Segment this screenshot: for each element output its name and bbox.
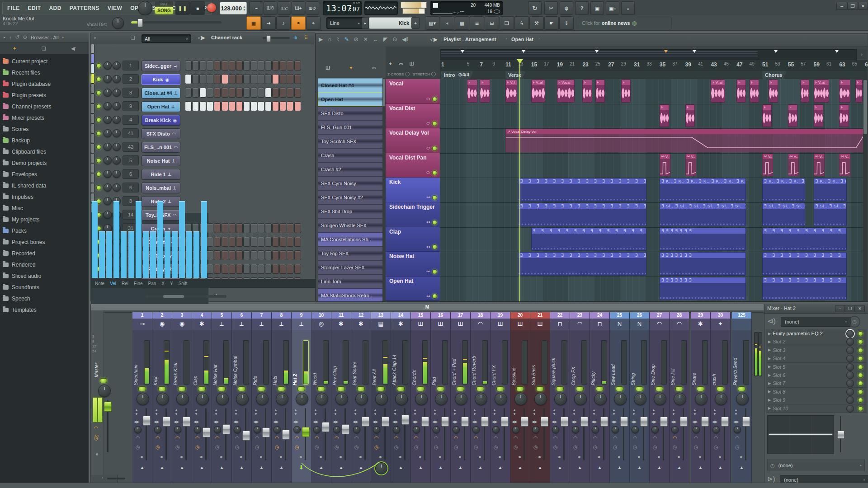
step-13[interactable] xyxy=(272,101,279,111)
strip-plugin-icon[interactable]: ◠ xyxy=(735,435,740,441)
channel-enable-led[interactable] xyxy=(96,90,101,95)
channel-enable-led[interactable] xyxy=(96,172,101,177)
browser-item-templates[interactable]: Templates xyxy=(3,305,86,315)
strip-pan-big-knob[interactable] xyxy=(614,393,627,405)
step-15[interactable] xyxy=(287,237,293,247)
mixer-strip-square-pluck[interactable]: 22⊓Square pluck▲▼◀▶◠◷▲ xyxy=(550,312,570,483)
step-6[interactable] xyxy=(222,264,228,274)
stereo-knob[interactable] xyxy=(492,426,500,433)
menu-patterns[interactable]: PATTERNS xyxy=(70,5,99,11)
channel-pan-knob[interactable] xyxy=(104,211,112,219)
pattern-clip[interactable]: ∃ K.. ∃ K.. ∃ K.. ∃ K.. xyxy=(762,178,805,202)
step-10[interactable] xyxy=(250,101,257,111)
stereo-sep-arrows[interactable]: ▲▼ xyxy=(672,408,675,416)
rack-folder-icon[interactable]: ❏ xyxy=(131,35,135,41)
route-arrow[interactable]: ▲ xyxy=(550,465,570,470)
track-mode-icon[interactable]: ⚯ xyxy=(426,195,430,200)
strip-volume-fader[interactable] xyxy=(620,417,628,427)
strip-mute-led[interactable] xyxy=(496,386,504,391)
mixer-window-button[interactable]: ≣ xyxy=(470,16,484,30)
audio-clip[interactable]: ⊦ V..al xyxy=(711,80,725,103)
channel-mute-indicator[interactable] xyxy=(91,54,94,64)
strip-clock-icon[interactable]: ◷ xyxy=(653,444,657,450)
strip-pan-big-knob[interactable] xyxy=(375,393,388,405)
stereo-knob[interactable] xyxy=(612,426,619,433)
strip-clock-icon[interactable]: ◷ xyxy=(633,444,637,450)
strip-mute-led[interactable] xyxy=(717,386,724,391)
channel-button-ride-1[interactable]: Ride 1⟂ xyxy=(142,169,180,180)
channel-pan-knob[interactable] xyxy=(104,183,112,192)
input-source-icon[interactable]: ⊲) xyxy=(767,317,776,325)
channel-enable-led[interactable] xyxy=(96,185,101,190)
channel-pan-knob[interactable] xyxy=(104,143,112,151)
step-4[interactable] xyxy=(207,101,213,111)
strip-plugin-icon[interactable]: ◠ xyxy=(694,435,698,441)
mixer-strip-kick[interactable]: 2◉Kick▲▼◀▶◠◷▲ xyxy=(152,312,172,483)
graph-tab-rel[interactable]: Rel xyxy=(119,281,131,286)
channel-button-break-kick[interactable]: Break Kick◉ xyxy=(142,115,180,126)
channel-button-noise-hat[interactable]: Noise Hat⟂ xyxy=(142,155,180,166)
strip-volume-fader[interactable] xyxy=(143,416,151,426)
channel-mute-indicator[interactable] xyxy=(91,143,94,153)
channel-mute-indicator[interactable] xyxy=(91,44,94,54)
channel-mute-indicator[interactable] xyxy=(91,153,94,163)
strip-volume-fader[interactable] xyxy=(262,427,270,437)
touch-keyboard-button[interactable]: ☛ xyxy=(544,16,559,30)
step-6[interactable] xyxy=(222,61,228,70)
channel-number[interactable]: 5 xyxy=(123,155,139,165)
track-mode-icon[interactable]: ⚯ xyxy=(426,269,430,274)
strip-volume-fader[interactable] xyxy=(721,417,729,427)
mixer-strip-rev-clap[interactable]: 11✱Rev Clap▲▼◀▶◠◷▲ xyxy=(331,312,351,483)
track-mode-icon[interactable]: ⬭ xyxy=(426,146,430,151)
minimize-button[interactable]: – xyxy=(836,2,847,10)
channel-volume-knob[interactable] xyxy=(113,183,121,192)
graph-bar[interactable] xyxy=(121,231,127,278)
step-15[interactable] xyxy=(287,74,293,84)
channel-button-close-at-4[interactable]: Close..at #4⟂ xyxy=(142,88,180,99)
channel-mute-indicator[interactable] xyxy=(91,84,94,94)
help-button[interactable]: ? xyxy=(575,1,589,15)
step-9[interactable] xyxy=(243,237,250,247)
strip-pan-big-knob[interactable] xyxy=(156,393,169,405)
loop-record-button[interactable]: ш↺ xyxy=(306,1,319,15)
channel-pan-knob[interactable] xyxy=(104,102,112,110)
graph-bar[interactable] xyxy=(193,231,199,278)
mixer-strip-chords[interactable]: 15ШChords▲▼◀▶◠◷▲ xyxy=(411,312,431,483)
strip-volume-fader[interactable] xyxy=(501,417,509,427)
strip-clock-icon[interactable]: ◷ xyxy=(735,444,740,450)
mixer-strip-chord-reverb[interactable]: 18◠Chord Reverb▲▼◀▶◠◷▲ xyxy=(471,312,491,483)
stereo-sep-arrows[interactable]: ▲▼ xyxy=(373,408,377,416)
stereo-knob[interactable] xyxy=(592,426,599,433)
strip-plugin-icon[interactable]: ◠ xyxy=(573,435,578,441)
strip-clock-icon[interactable]: ◷ xyxy=(136,444,140,450)
stereo-sep-arrows[interactable]: ▲▼ xyxy=(652,408,656,416)
track-mode-icon[interactable]: ⚯ xyxy=(426,245,430,249)
step-14[interactable] xyxy=(279,237,286,247)
strip-plugin-icon[interactable]: ◠ xyxy=(653,435,657,441)
pan-arrows[interactable]: ◀▶ xyxy=(353,420,358,424)
pattern-clip[interactable]: ∃ ∃ ∃ ∃ ∃ ∃ ∃ xyxy=(660,252,746,276)
strip-pan-big-knob[interactable] xyxy=(236,393,249,405)
audio-clip[interactable]: ⊦ V..al xyxy=(531,80,545,103)
channel-enable-led[interactable] xyxy=(96,131,101,136)
step-10[interactable] xyxy=(250,250,257,260)
rack-filter-selector[interactable]: All▸ xyxy=(142,34,191,43)
strip-pan-big-knob[interactable] xyxy=(256,393,269,405)
graph-bar[interactable] xyxy=(150,231,156,278)
strip-clock-icon[interactable]: ◷ xyxy=(195,444,200,450)
strip-plugin-icon[interactable]: ◠ xyxy=(275,435,279,441)
fx-slot-3[interactable]: ▶Slot 3 xyxy=(766,346,867,355)
picker-item-linn-tom[interactable]: Linn Tom◎ xyxy=(318,274,386,288)
channel-enable-led[interactable] xyxy=(96,145,101,150)
strip-pan-big-knob[interactable] xyxy=(395,393,408,405)
strip-volume-fader[interactable] xyxy=(342,424,349,434)
playlist-crumb[interactable]: Open Hat xyxy=(511,37,533,42)
step-6[interactable] xyxy=(222,223,228,233)
strip-pan-big-knob[interactable] xyxy=(674,393,686,405)
strip-pan-big-knob[interactable] xyxy=(594,393,607,405)
route-arrow[interactable]: ▲ xyxy=(272,465,291,470)
pan-arrows[interactable]: ◀▶ xyxy=(492,420,497,424)
step-1[interactable] xyxy=(185,88,192,98)
keyboard-editor-toggle-icon[interactable]: ⠿ xyxy=(304,35,308,41)
step-5[interactable] xyxy=(214,237,221,247)
